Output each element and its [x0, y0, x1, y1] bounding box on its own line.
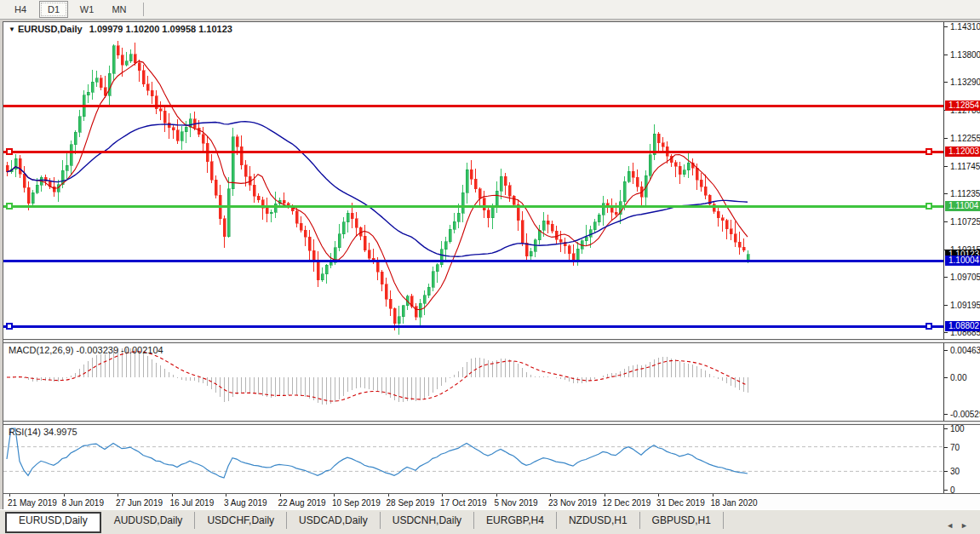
date-label: 21 May 2019 — [8, 498, 57, 508]
price-tick-label: 1.11235 — [950, 189, 980, 198]
toolbar-separator — [143, 3, 144, 16]
date-label: 10 Sep 2019 — [332, 498, 381, 508]
candlestick-chart[interactable] — [3, 22, 943, 339]
axis-tick-mark — [944, 277, 948, 278]
axis-tick-mark — [944, 377, 948, 378]
price-level-chip: 1.08802 — [945, 321, 980, 331]
collapse-indicator-icon[interactable]: ▼ — [9, 26, 15, 33]
macd-row: MACD(12,26,9) -0.003239 -0.002104 0.0046… — [3, 343, 980, 421]
date-tick-mark — [334, 494, 335, 497]
axis-tick-mark — [944, 55, 948, 55]
axis-tick-mark — [944, 447, 948, 448]
macd-axis-label: 0.00463 — [950, 346, 980, 355]
date-tick-mark — [9, 494, 10, 497]
rsi-axis-label: 100 — [950, 425, 965, 434]
mt4-window: H4D1W1MN ▼EURUSD,Daily1.09979 1.10200 1.… — [0, 0, 980, 534]
rsi-axis-label: 30 — [950, 467, 960, 476]
chart-tab-nzdusd-h1[interactable]: NZDUSD,H1 — [557, 512, 640, 529]
macd-axis[interactable]: 0.004630.00-0.00529 — [943, 343, 980, 421]
rsi-label: RSI(14) 34.9975 — [9, 427, 77, 437]
date-label: 27 Jun 2019 — [116, 498, 163, 508]
axis-tick-mark — [944, 350, 948, 351]
timeframe-button-mn[interactable]: MN — [106, 2, 133, 17]
tab-scroll-left-icon[interactable]: ◄ — [946, 521, 960, 530]
price-tick-label: 1.13290 — [950, 78, 980, 87]
chart-symbol-label: EURUSD,Daily — [18, 24, 83, 34]
axis-tick-mark — [944, 166, 948, 167]
date-tick-mark — [713, 494, 714, 497]
date-tick-mark — [388, 494, 389, 497]
chart-title: ▼EURUSD,Daily1.09979 1.10200 1.09958 1.1… — [9, 24, 232, 34]
axis-tick-mark — [944, 26, 948, 27]
axis-tick-mark — [944, 305, 948, 306]
chart-tab-audusd-daily[interactable]: AUDUSD,Daily — [102, 512, 196, 529]
chart-tab-eurusd-daily[interactable]: EURUSD,Daily — [5, 512, 101, 533]
date-label: 18 Jan 2020 — [711, 498, 758, 508]
date-label: 22 Aug 2019 — [278, 498, 326, 508]
date-tick-mark — [658, 494, 659, 497]
timeframe-toolbar: H4D1W1MN — [0, 0, 980, 20]
rsi-chart[interactable] — [3, 425, 943, 493]
price-tick-label: 1.09705 — [950, 273, 980, 282]
macd-pane[interactable]: MACD(12,26,9) -0.003239 -0.002104 — [3, 343, 943, 421]
date-label: 3 Aug 2019 — [224, 498, 267, 508]
date-label: 31 Dec 2019 — [656, 498, 705, 508]
tab-scroll-right-icon[interactable]: ► — [960, 521, 975, 530]
price-tick-label: 1.09195 — [950, 301, 980, 310]
macd-axis-label: -0.00529 — [950, 410, 980, 419]
date-label: 17 Oct 2019 — [440, 498, 486, 508]
chart-ohlc-values: 1.09979 1.10200 1.09958 1.10123 — [89, 24, 232, 34]
rsi-axis[interactable]: 10070300 — [943, 425, 980, 493]
date-label: 12 Dec 2019 — [603, 498, 651, 508]
timeframe-button-w1[interactable]: W1 — [73, 2, 100, 17]
axis-tick-mark — [944, 414, 948, 415]
date-label: 5 Nov 2019 — [495, 498, 538, 508]
chart-window: ▼EURUSD,Daily1.09979 1.10200 1.09958 1.1… — [3, 21, 980, 514]
price-tick-label: 1.10725 — [950, 217, 980, 227]
rsi-axis-label: 0 — [950, 485, 955, 493]
price-axis[interactable]: 1.143101.138001.132901.127801.122551.117… — [943, 22, 980, 339]
rsi-axis-label: 70 — [950, 443, 960, 452]
timeframe-button-h4[interactable]: H4 — [7, 2, 34, 17]
price-chart-pane[interactable]: ▼EURUSD,Daily1.09979 1.10200 1.09958 1.1… — [3, 22, 943, 339]
date-label: 23 Nov 2019 — [548, 498, 597, 508]
price-level-chip: 1.11004 — [945, 201, 980, 211]
date-label: 8 Jun 2019 — [62, 498, 105, 508]
date-tick-mark — [172, 494, 173, 497]
chart-tab-usdcnh-daily[interactable]: USDCNH,Daily — [381, 512, 474, 529]
axis-tick-mark — [944, 490, 948, 491]
chart-tabs-bar: EURUSD,DailyAUDUSD,DailyUSDCHF,DailyUSDC… — [0, 509, 980, 534]
chart-tab-usdcad-daily[interactable]: USDCAD,Daily — [287, 512, 381, 529]
date-tick-mark — [117, 494, 118, 497]
macd-label: MACD(12,26,9) -0.003239 -0.002104 — [9, 345, 163, 355]
axis-tick-mark — [944, 428, 948, 429]
date-label: 28 Sep 2019 — [387, 498, 435, 508]
axis-tick-mark — [944, 138, 948, 139]
chart-tab-gbpusd-h1[interactable]: GBPUSD,H1 — [640, 512, 724, 529]
chart-tab-usdchf-daily[interactable]: USDCHF,Daily — [195, 512, 287, 529]
date-tick-mark — [550, 494, 551, 497]
price-tick-label: 1.13800 — [950, 50, 980, 60]
price-level-chip: 1.12854 — [945, 100, 980, 111]
price-level-chip: 1.10004 — [945, 256, 980, 266]
rsi-pane[interactable]: RSI(14) 34.9975 — [3, 425, 943, 493]
date-tick-mark — [442, 494, 443, 497]
date-tick-mark — [64, 494, 65, 497]
price-chart-row: ▼EURUSD,Daily1.09979 1.10200 1.09958 1.1… — [3, 22, 980, 339]
date-tick-mark — [280, 494, 281, 497]
axis-tick-mark — [944, 193, 948, 194]
date-tick-mark — [605, 494, 605, 497]
axis-tick-mark — [944, 332, 948, 333]
rsi-row: RSI(14) 34.9975 10070300 — [3, 425, 980, 493]
macd-axis-label: 0.00 — [950, 373, 966, 382]
timeframe-button-d1[interactable]: D1 — [39, 1, 68, 18]
price-tick-label: 1.11745 — [950, 162, 980, 171]
price-tick-label: 1.12255 — [950, 134, 980, 143]
date-tick-mark — [496, 494, 497, 497]
price-level-chip: 1.12003 — [945, 146, 980, 157]
chart-tab-eurgbp-h4[interactable]: EURGBP,H4 — [474, 512, 557, 529]
axis-tick-mark — [944, 471, 948, 472]
date-tick-mark — [226, 494, 226, 497]
axis-tick-mark — [944, 82, 948, 83]
date-label: 16 Jul 2019 — [170, 498, 215, 508]
